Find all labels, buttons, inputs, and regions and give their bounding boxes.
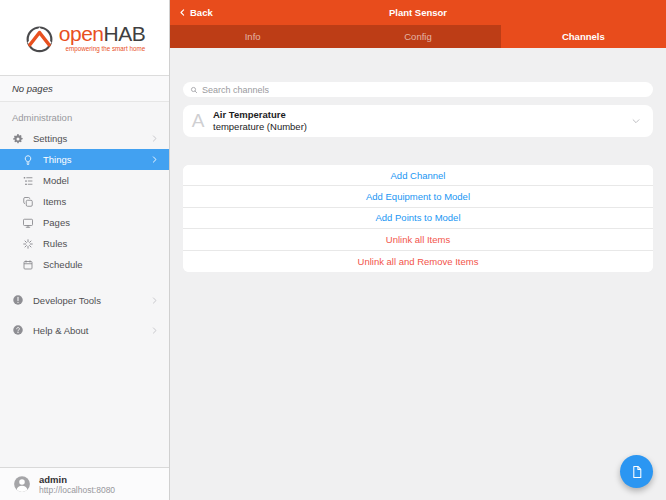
sidebar-item-label: Schedule — [43, 259, 83, 270]
page-title: Plant Sensor — [170, 7, 666, 18]
add-equipment-to-model-button[interactable]: Add Equipment to Model — [183, 186, 653, 207]
lightbulb-icon — [22, 154, 35, 166]
channel-row-air-temperature[interactable]: A Air Temperature temperature (Number) — [183, 105, 653, 137]
chevron-down-icon — [631, 116, 641, 126]
sidebar-item-things[interactable]: Things — [0, 149, 169, 170]
sparkle-icon — [22, 238, 35, 250]
avatar — [13, 475, 31, 493]
chevron-left-icon — [178, 8, 187, 17]
unlink-all-items-button[interactable]: Unlink all Items — [183, 229, 653, 250]
sidebar-item-model[interactable]: Model — [0, 170, 169, 191]
sidebar-item-label: Things — [43, 154, 72, 165]
tab-config[interactable]: Config — [335, 25, 500, 48]
tab-channels[interactable]: Channels — [501, 25, 666, 48]
no-pages-label: No pages — [0, 75, 169, 102]
tab-info[interactable]: Info — [170, 25, 335, 48]
question-circle-icon — [12, 324, 25, 336]
chevron-right-icon — [150, 155, 159, 164]
channels-panel: A Air Temperature temperature (Number) A… — [170, 48, 666, 500]
calendar-icon — [22, 259, 35, 271]
sidebar-item-label: Model — [43, 175, 69, 186]
tab-bar: Info Config Channels — [170, 25, 666, 48]
navbar: Back Plant Sensor — [170, 0, 666, 25]
sidebar-item-label: Developer Tools — [33, 295, 101, 306]
brand-text: openHAB empowering the smart home — [59, 23, 145, 52]
chevron-right-icon — [150, 134, 159, 143]
administration-label: Administration — [12, 112, 169, 123]
monitor-icon — [22, 217, 35, 229]
channel-letter-badge: A — [183, 110, 213, 132]
user-name: admin — [39, 474, 115, 485]
brand-open: open — [59, 22, 104, 45]
search-icon — [190, 86, 198, 94]
sidebar-item-help-about[interactable]: Help & About — [0, 315, 169, 345]
channel-title: Air Temperature — [213, 109, 307, 121]
search-bar — [183, 82, 653, 97]
search-input[interactable] — [202, 85, 646, 95]
back-label: Back — [190, 7, 213, 18]
sidebar-item-label: Pages — [43, 217, 70, 228]
chevron-right-icon — [150, 296, 159, 305]
copy-icon — [22, 196, 35, 208]
document-icon — [630, 465, 644, 479]
brand-tagline: empowering the smart home — [59, 45, 145, 52]
sidebar-item-label: Items — [43, 196, 66, 207]
code-view-fab[interactable] — [620, 455, 653, 488]
add-points-to-model-button[interactable]: Add Points to Model — [183, 208, 653, 229]
openhab-logo: openHAB empowering the smart home — [0, 0, 169, 75]
sidebar-item-label: Help & About — [33, 325, 88, 336]
sidebar-item-items[interactable]: Items — [0, 191, 169, 212]
openhab-logo-mark — [24, 21, 55, 54]
user-info: admin http://localhost:8080 — [39, 474, 115, 495]
tree-list-icon — [22, 175, 35, 187]
user-account[interactable]: admin http://localhost:8080 — [0, 467, 169, 500]
chevron-right-icon — [150, 326, 159, 335]
back-button[interactable]: Back — [170, 7, 213, 18]
sidebar: openHAB empowering the smart home No pag… — [0, 0, 170, 500]
channel-text: Air Temperature temperature (Number) — [213, 109, 307, 133]
unlink-all-and-remove-items-button[interactable]: Unlink all and Remove Items — [183, 251, 653, 272]
add-channel-button[interactable]: Add Channel — [183, 165, 653, 186]
brand-hab: HAB — [104, 22, 146, 45]
sidebar-item-developer-tools[interactable]: Developer Tools — [0, 285, 169, 315]
sidebar-item-label: Rules — [43, 238, 67, 249]
sidebar-item-pages[interactable]: Pages — [0, 212, 169, 233]
gear-icon — [12, 133, 25, 145]
sidebar-item-label: Settings — [33, 133, 67, 144]
sidebar-item-settings[interactable]: Settings — [0, 128, 169, 149]
exclamation-circle-icon — [12, 294, 25, 306]
sidebar-item-schedule[interactable]: Schedule — [0, 254, 169, 275]
sidebar-item-rules[interactable]: Rules — [0, 233, 169, 254]
channel-subtitle: temperature (Number) — [213, 121, 307, 133]
server-url: http://localhost:8080 — [39, 485, 115, 495]
actions-list: Add Channel Add Equipment to Model Add P… — [183, 165, 653, 272]
